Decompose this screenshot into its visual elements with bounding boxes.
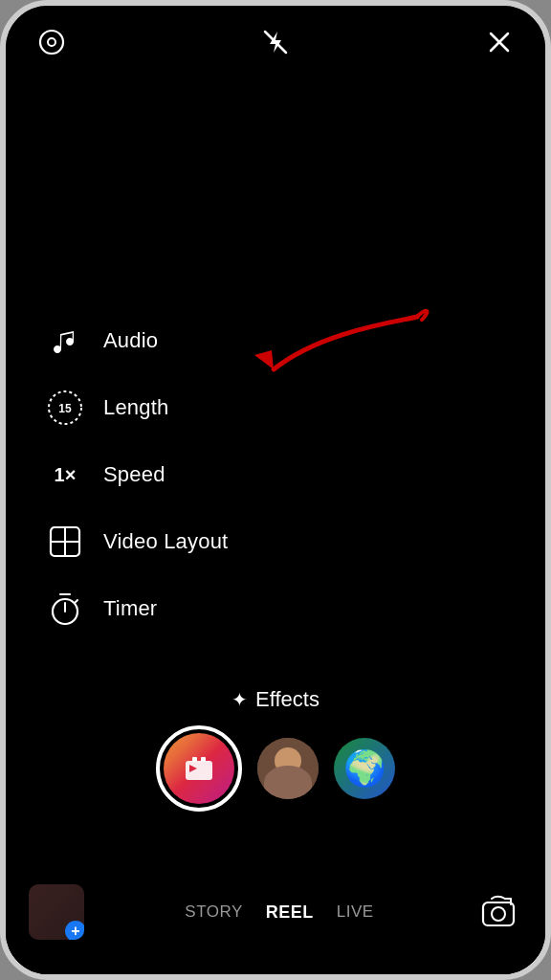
flip-camera-button[interactable] — [474, 888, 522, 936]
svg-text:15: 15 — [58, 402, 72, 415]
timer-icon — [44, 588, 86, 630]
menu-item-audio[interactable]: Audio — [44, 312, 228, 369]
video-layout-label: Video Layout — [103, 529, 228, 554]
menu-item-timer[interactable]: Timer — [44, 580, 228, 637]
svg-rect-13 — [201, 757, 206, 762]
nav-item-reel[interactable]: REEL — [266, 902, 314, 923]
avatar-emoji[interactable]: 🌍 — [334, 738, 395, 799]
close-button[interactable] — [480, 23, 518, 61]
menu-item-video-layout[interactable]: Video Layout — [44, 513, 228, 570]
effects-label-row[interactable]: ✦ Effects — [231, 687, 320, 712]
nav-item-story[interactable]: STORY — [185, 902, 242, 922]
speed-1x-icon: 1× — [44, 454, 86, 496]
gallery-add-button[interactable]: + — [65, 921, 84, 940]
effects-row: ✦ Effects — [6, 687, 545, 812]
svg-rect-14 — [483, 902, 514, 925]
settings-button[interactable] — [33, 23, 71, 61]
top-bar — [6, 6, 545, 71]
menu-item-length[interactable]: 15 Length — [44, 379, 228, 436]
svg-point-1 — [48, 38, 55, 46]
length-label: Length — [103, 395, 169, 420]
effects-label: Effects — [255, 687, 320, 712]
svg-point-0 — [40, 31, 63, 54]
bottom-nav: STORY REEL LIVE — [185, 902, 373, 923]
timer-label: Timer — [103, 596, 157, 621]
record-button-inner — [164, 733, 234, 804]
red-arrow-annotation — [226, 302, 436, 389]
svg-point-15 — [492, 907, 505, 921]
effects-circles: 🌍 — [156, 725, 395, 812]
gallery-thumbnail[interactable]: + — [29, 884, 84, 940]
svg-rect-12 — [192, 757, 197, 762]
audio-label: Audio — [103, 328, 158, 353]
menu-list: Audio 15 Length 1× Speed — [44, 312, 228, 637]
layout-icon — [44, 521, 86, 563]
record-button[interactable] — [156, 725, 242, 812]
camera-screen: Audio 15 Length 1× Speed — [6, 6, 545, 974]
sparkle-icon: ✦ — [231, 688, 248, 711]
speed-label: Speed — [103, 462, 165, 487]
music-note-icon — [44, 320, 86, 362]
flash-button[interactable] — [256, 23, 295, 61]
timer-15-icon: 15 — [44, 387, 86, 429]
nav-item-live[interactable]: LIVE — [337, 902, 374, 922]
menu-item-speed[interactable]: 1× Speed — [44, 446, 228, 503]
phone-frame: Audio 15 Length 1× Speed — [0, 0, 551, 980]
bottom-bar: + STORY REEL LIVE — [6, 850, 545, 974]
avatar-person[interactable] — [257, 738, 319, 799]
